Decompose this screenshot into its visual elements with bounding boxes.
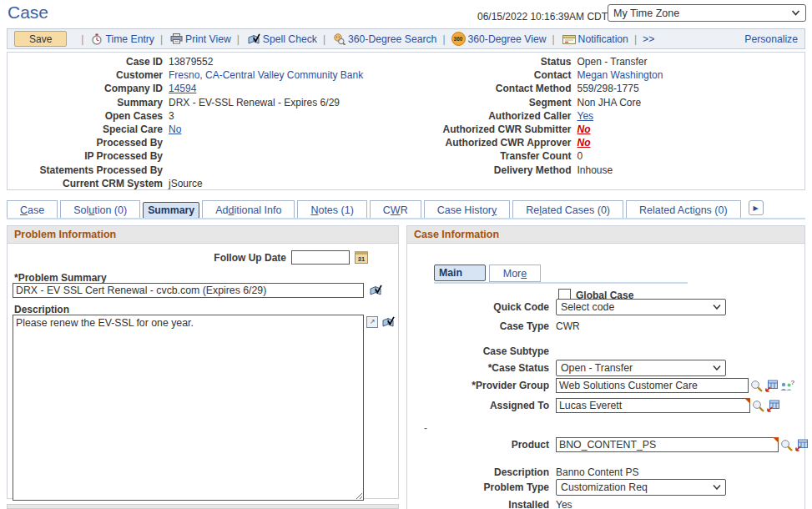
subtab-more[interactable]: More xyxy=(489,265,541,282)
timezone-value: My Time Zone xyxy=(613,8,679,19)
detail-row: Open Cases3 xyxy=(8,109,406,123)
special-care-link[interactable]: No xyxy=(169,123,181,136)
detail-row: Authorized CallerYes xyxy=(406,109,805,123)
time-entry-link[interactable]: Time Entry xyxy=(89,33,154,45)
tab-case-history[interactable]: Case History xyxy=(424,200,511,219)
case-type-value: CWR xyxy=(556,320,580,332)
provider-group-input[interactable] xyxy=(556,378,749,393)
detail-row: CustomerFresno, CA-Central Valley Commun… xyxy=(8,68,406,82)
case-information-panel: Case Information Main More Global Case Q… xyxy=(406,225,805,509)
toolbar-divider: | xyxy=(552,33,554,45)
detail-label: Customer xyxy=(8,68,163,82)
detail-label: Transfer Count xyxy=(406,149,572,163)
problem-type-select[interactable]: Customization Req xyxy=(556,479,726,496)
transfer-grid-icon[interactable] xyxy=(767,400,779,412)
provider-group-people-icon[interactable]: ? ? xyxy=(779,380,794,391)
customer-value: Fresno, CA-Central Valley Community Bank xyxy=(169,68,363,82)
search-360-link[interactable]: 360-Degree Search xyxy=(331,33,436,45)
lookup-magnifier-icon[interactable] xyxy=(752,400,765,412)
tab-summary[interactable]: Summary xyxy=(143,202,199,219)
tab-strip xyxy=(7,218,805,219)
calendar-icon[interactable]: 31 xyxy=(355,251,368,264)
problem-type-value: Customization Req xyxy=(561,481,648,493)
timezone-select[interactable]: My Time Zone xyxy=(608,4,806,22)
lookup-magnifier-icon[interactable] xyxy=(780,439,794,451)
personalize-link[interactable]: Personalize xyxy=(744,33,798,45)
save-button[interactable]: Save xyxy=(14,31,67,47)
tab-notes[interactable]: Notes (1) xyxy=(297,200,366,219)
detail-label: Delivery Method xyxy=(406,164,572,177)
detail-row: SegmentNon JHA Core xyxy=(406,96,805,109)
assigned-to-label: Assigned To xyxy=(407,400,549,411)
search-360-label: 360-Degree Search xyxy=(348,33,436,45)
description-textarea[interactable]: Please renew the EV-SSL for one year. xyxy=(13,315,364,501)
transfer-grid-icon[interactable] xyxy=(795,439,808,451)
detail-label: Company ID xyxy=(8,82,163,95)
quick-code-select[interactable]: Select code xyxy=(556,299,726,315)
follow-up-date-input[interactable] xyxy=(291,250,350,265)
toolbar-divider: | xyxy=(81,33,83,45)
tab-additional-info[interactable]: Additional Info xyxy=(202,200,295,219)
chevron-down-icon xyxy=(791,10,800,16)
crm-system-value: jSource xyxy=(169,177,203,190)
detail-row: Statements Processed By xyxy=(8,164,406,177)
assigned-to-input[interactable] xyxy=(556,398,750,413)
show-more-tabs-button[interactable]: ▶ xyxy=(749,200,764,215)
tab-case[interactable]: Case xyxy=(7,200,58,219)
transfer-count-value: 0 xyxy=(577,149,583,163)
detail-label: Authorized Caller xyxy=(406,109,572,123)
lookup-magnifier-icon[interactable] xyxy=(750,380,764,392)
badge-360-icon: 360 xyxy=(451,32,466,46)
tab-cwr[interactable]: CWR xyxy=(370,200,421,219)
case-details-box: Case ID13879552 CustomerFresno, CA-Centr… xyxy=(7,52,805,190)
case-details-left: Case ID13879552 CustomerFresno, CA-Centr… xyxy=(8,55,406,189)
cwr-submitter-link[interactable]: No xyxy=(577,123,591,136)
tab-solution[interactable]: Solution (0) xyxy=(60,200,140,219)
detail-row: Transfer Count0 xyxy=(406,149,805,163)
changed-field-marker xyxy=(744,398,750,404)
detail-row: Delivery MethodInhouse xyxy=(406,164,805,177)
transfer-grid-icon[interactable] xyxy=(765,380,778,392)
print-view-link[interactable]: Print View xyxy=(169,33,231,45)
detail-label: Authorized CWR Submitter xyxy=(406,123,572,136)
status-value: Open - Transfer xyxy=(577,55,648,68)
stopwatch-icon xyxy=(91,33,103,45)
problem-information-panel: Problem Information Follow Up Date 31 *P… xyxy=(7,225,399,499)
installed-value: Yes xyxy=(556,499,572,509)
subtab-strip xyxy=(434,282,688,284)
installed-label: Installed xyxy=(407,499,549,509)
product-label: Product xyxy=(407,439,549,451)
subtab-main[interactable]: Main xyxy=(434,265,486,281)
time-entry-label: Time Entry xyxy=(105,33,154,45)
detail-label: Processed By xyxy=(8,136,163,149)
case-status-select[interactable]: Open - Transfer xyxy=(556,360,726,376)
print-view-label: Print View xyxy=(185,33,231,45)
toolbar-divider: | xyxy=(634,33,637,45)
problem-summary-input[interactable] xyxy=(13,283,364,298)
authorized-caller-link[interactable]: Yes xyxy=(577,109,594,123)
spell-check-link[interactable]: Spell Check xyxy=(245,33,317,45)
view-360-link[interactable]: 360 360-Degree View xyxy=(451,32,547,46)
cwr-approver-link[interactable]: No xyxy=(577,136,591,149)
follow-up-date-label: Follow Up Date xyxy=(214,252,286,264)
detail-label: Contact Method xyxy=(406,82,572,95)
main-tab-bar: Case Solution (0) Summary Additional Inf… xyxy=(7,198,805,219)
tab-related-cases[interactable]: Related Cases (0) xyxy=(512,200,623,219)
open-cases-value: 3 xyxy=(169,109,174,123)
detail-label: Status xyxy=(406,55,572,68)
product-input[interactable] xyxy=(556,437,779,452)
detail-row: SummaryDRX - EV-SSL Renewal - Expires 6/… xyxy=(8,96,406,109)
notification-link[interactable]: Notification xyxy=(561,33,628,45)
detail-row: Authorized CWR ApproverNo xyxy=(406,136,805,149)
expand-popup-icon[interactable]: ↗ xyxy=(366,316,378,328)
tab-related-actions[interactable]: Related Actions (0) xyxy=(626,200,741,219)
detail-row: Company ID14594 xyxy=(8,82,406,95)
toolbar-more-link[interactable]: >> xyxy=(643,33,654,45)
spellcheck-icon[interactable] xyxy=(381,316,395,328)
collapsed-section-dash: - xyxy=(424,422,427,434)
spellcheck-icon[interactable] xyxy=(369,285,382,296)
problem-type-label: Problem Type xyxy=(407,481,549,493)
company-id-link[interactable]: 14594 xyxy=(169,82,196,95)
detail-label: Current CRM System xyxy=(8,177,163,190)
page-datetime: 06/15/2022 10:16:39AM CDT xyxy=(477,11,608,23)
